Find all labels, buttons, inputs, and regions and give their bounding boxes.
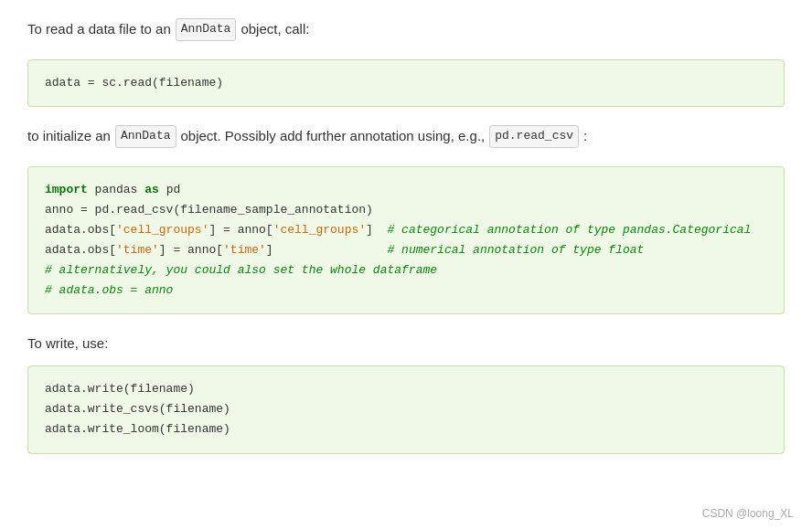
- watermark-text: CSDN @loong_XL: [702, 507, 794, 520]
- intro-paragraph-3: To write, use:: [27, 333, 785, 354]
- intro-paragraph-2: to initialize an AnnData object. Possibl…: [27, 125, 785, 148]
- intro2-middle: object. Possibly add further annotation …: [181, 125, 486, 147]
- code-block-1: adata = sc.read(filename): [27, 59, 785, 107]
- code3-line1: adata.write(filename): [45, 382, 195, 396]
- intro1-before: To read a data file to an: [27, 18, 171, 40]
- anndata-inline-1: AnnData: [176, 18, 237, 41]
- intro-paragraph-1: To read a data file to an AnnData object…: [27, 18, 785, 41]
- code-block-2: import pandas as pd anno = pd.read_csv(f…: [27, 166, 785, 315]
- watermark: CSDN @loong_XL: [702, 507, 794, 520]
- intro2-before: to initialize an: [27, 125, 111, 147]
- code3-line2: adata.write_csvs(filename): [45, 402, 230, 416]
- intro1-after: object, call:: [240, 18, 309, 40]
- code-block-3: adata.write(filename) adata.write_csvs(f…: [27, 365, 785, 453]
- anndata-inline-2: AnnData: [115, 125, 176, 148]
- pd-read-csv-inline: pd.read_csv: [489, 125, 579, 148]
- code3-line3: adata.write_loom(filename): [45, 422, 230, 436]
- intro3-text: To write, use:: [27, 333, 108, 354]
- intro2-after: :: [583, 125, 587, 147]
- code1-line1: adata = sc.read(filename): [45, 76, 223, 90]
